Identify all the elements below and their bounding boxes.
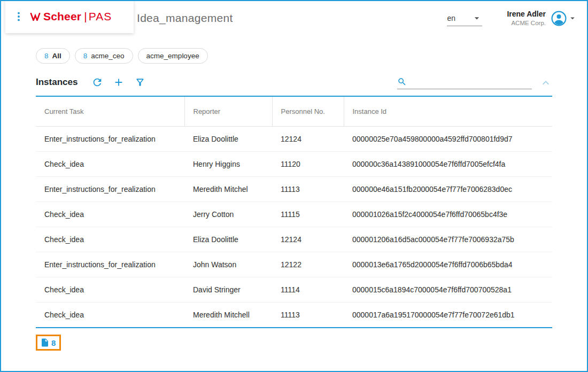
cell-personnel-no: 12124	[272, 227, 344, 252]
filter-chip-acme-employee[interactable]: acme_employee	[138, 48, 208, 64]
brand-product: PAS	[89, 10, 112, 23]
brand-logo: Scheer | PAS	[30, 10, 112, 23]
user-organization: ACME Corp.	[507, 19, 546, 27]
scheer-logo-icon	[30, 12, 41, 21]
search-icon	[397, 76, 407, 87]
chip-label: acme_ceo	[91, 52, 124, 60]
table-row[interactable]: Enter_instructions_for_realization Eliza…	[36, 127, 552, 152]
refresh-icon	[91, 76, 103, 88]
filter-chip-acme-ceo[interactable]: 8 acme_ceo	[75, 48, 133, 64]
cell-current-task: Check_idea	[36, 227, 184, 252]
cell-reporter: David Stringer	[184, 277, 272, 303]
cell-instance-id: 0000013e6a1765d2000054e7f6ffd7006b65bda4	[344, 252, 552, 277]
cell-current-task: Check_idea	[36, 202, 184, 227]
cell-instance-id: 000001206a16d5ac000054e7f77fe7006932a75b	[344, 227, 552, 252]
dropdown-caret-icon	[568, 13, 577, 23]
section-title: Instances	[36, 77, 78, 88]
cell-reporter: Jerry Cotton	[184, 202, 272, 227]
add-icon	[113, 76, 125, 88]
app-window: Scheer | PAS Idea_management en Irene Ad…	[0, 0, 588, 372]
cell-reporter: John Watson	[184, 252, 272, 277]
column-header-instance-id[interactable]: Instance Id	[344, 96, 552, 127]
chip-count: 8	[83, 52, 88, 60]
document-icon	[40, 338, 50, 347]
cell-reporter: Meredith Mitchel	[184, 177, 272, 202]
refresh-button[interactable]	[90, 75, 104, 89]
cell-personnel-no: 12124	[272, 127, 344, 152]
table-row[interactable]: Enter_instructions_for_realization Mered…	[36, 177, 552, 202]
table-row[interactable]: Enter_instructions_for_realization John …	[36, 252, 552, 277]
filter-button[interactable]	[133, 75, 147, 89]
cell-reporter: Henry Higgins	[184, 152, 272, 177]
instances-table: Current Task Reporter Personnel No. Inst…	[36, 96, 552, 328]
instances-table-wrap: Current Task Reporter Personnel No. Inst…	[1, 88, 587, 328]
add-instance-button[interactable]	[112, 75, 126, 89]
brand-name: Scheer	[43, 10, 81, 23]
account-circle-icon	[551, 10, 567, 27]
table-row[interactable]: Check_idea Henry Higgins 11120 000000c36…	[36, 152, 552, 177]
cell-personnel-no: 11113	[272, 177, 344, 202]
cell-personnel-no: 11120	[272, 152, 344, 177]
column-header-current-task[interactable]: Current Task	[36, 96, 184, 127]
cell-current-task: Check_idea	[36, 277, 184, 303]
filter-chip-bar: 8 All 8 acme_ceo acme_employee	[1, 35, 587, 64]
cell-reporter: Eliza Doolittle	[184, 127, 272, 152]
table-row[interactable]: Check_idea Meredith Mitchell 11113 00000…	[36, 303, 552, 328]
page-title: Idea_management	[137, 12, 233, 25]
user-menu-button[interactable]	[551, 10, 577, 27]
chip-label: All	[52, 52, 61, 60]
cell-personnel-no: 11113	[272, 303, 344, 328]
cell-instance-id: 000000c36a143891000054e7f6ffd7005efcf4fa	[344, 152, 552, 177]
cell-current-task: Enter_instructions_for_realization	[36, 177, 184, 202]
cell-instance-id: 000001026a15f2c4000054e7f6ffd70065bc4f3e	[344, 202, 552, 227]
cell-personnel-no: 12122	[272, 252, 344, 277]
cell-current-task: Enter_instructions_for_realization	[36, 127, 184, 152]
search-field[interactable]	[397, 76, 532, 89]
brand-divider: |	[84, 10, 87, 23]
collapse-up-icon	[539, 76, 552, 89]
app-header: Scheer | PAS Idea_management en Irene Ad…	[1, 1, 587, 35]
cell-reporter: Meredith Mitchell	[184, 303, 272, 328]
dropdown-caret-icon	[471, 13, 482, 24]
cell-personnel-no: 11114	[272, 277, 344, 303]
chip-count: 8	[44, 52, 49, 60]
cell-instance-id: 0000017a6a195170000054e7f77fe70072e61db1	[344, 303, 552, 328]
column-header-personnel-no[interactable]: Personnel No.	[272, 96, 344, 127]
cell-reporter: Eliza Doolittle	[184, 227, 272, 252]
cell-current-task: Check_idea	[36, 303, 184, 328]
filter-icon	[135, 77, 145, 88]
table-row[interactable]: Check_idea David Stringer 11114 0000015c…	[36, 277, 552, 303]
user-name: Irene Adler	[507, 10, 546, 19]
cell-current-task: Enter_instructions_for_realization	[36, 252, 184, 277]
cell-instance-id: 00000025e70a459800000a4592ffd700801fd9d7	[344, 127, 552, 152]
search-area	[397, 76, 552, 89]
cell-personnel-no: 11115	[272, 202, 344, 227]
filter-chip-all[interactable]: 8 All	[36, 48, 70, 64]
user-block: Irene Adler ACME Corp.	[507, 10, 577, 27]
cell-instance-id: 0000015c6a1894c7000054e7f6ffd700700528a1	[344, 277, 552, 303]
table-row[interactable]: Check_idea Eliza Doolittle 12124 0000012…	[36, 227, 552, 252]
user-text: Irene Adler ACME Corp.	[507, 10, 546, 27]
table-footer: 8	[1, 328, 587, 351]
cell-current-task: Check_idea	[36, 152, 184, 177]
table-row[interactable]: Check_idea Jerry Cotton 11115 000001026a…	[36, 202, 552, 227]
column-header-reporter[interactable]: Reporter	[184, 96, 272, 127]
header-right: en Irene Adler ACME Corp.	[447, 10, 577, 27]
table-header-row: Current Task Reporter Personnel No. Inst…	[36, 96, 552, 127]
cell-instance-id: 000000e46a151fb2000054e7f77fe7006283d0ec	[344, 177, 552, 202]
instances-toolbar: Instances	[1, 64, 587, 88]
record-count: 8	[51, 338, 56, 347]
language-value: en	[447, 14, 455, 22]
search-input[interactable]	[409, 76, 532, 88]
more-vertical-icon	[13, 11, 25, 22]
language-select[interactable]: en	[447, 10, 482, 26]
overflow-menu-button[interactable]	[12, 10, 26, 24]
chip-label: acme_employee	[146, 52, 199, 60]
record-count-badge: 8	[36, 335, 61, 351]
logo-card: Scheer | PAS	[5, 0, 134, 33]
collapse-panel-button[interactable]	[539, 76, 552, 89]
